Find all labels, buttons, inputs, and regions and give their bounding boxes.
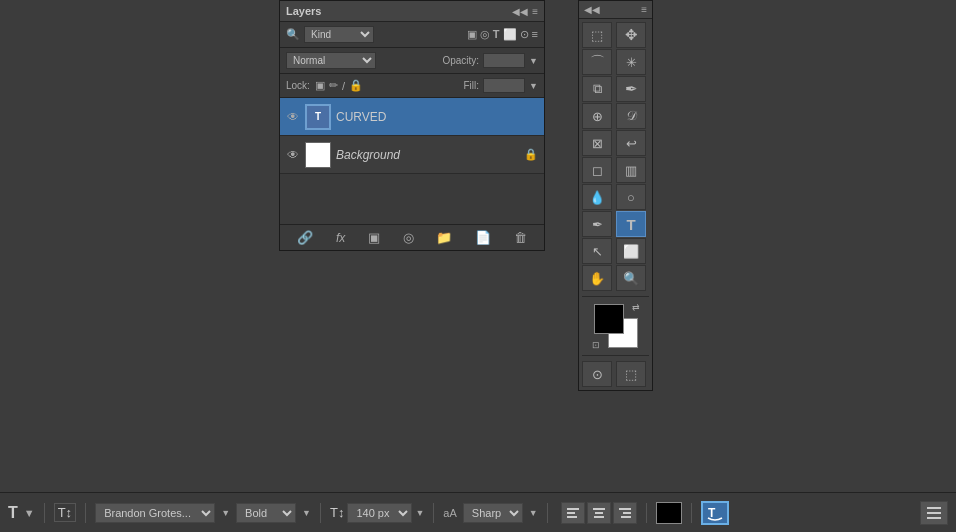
font-family-select[interactable]: Brandon Grotes... (95, 503, 215, 523)
layer-eye-curved[interactable]: 👁 (286, 110, 300, 124)
link-layers-icon[interactable]: 🔗 (297, 230, 313, 245)
type-tool-dropdown[interactable]: ▼ (24, 507, 35, 519)
tool-dodge[interactable]: ○ (616, 184, 646, 210)
tool-rectangle[interactable]: ⬜ (616, 238, 646, 264)
filter-options-icon[interactable]: ≡ (532, 28, 538, 41)
filter-smart-icon[interactable]: ⊙ (520, 28, 529, 41)
font-family-dropdown[interactable]: ▼ (221, 508, 230, 518)
layer-item-background[interactable]: 👁 Background 🔒 (280, 136, 544, 174)
layers-collapse-icon[interactable]: ◀◀ (512, 6, 528, 17)
type-tool-icon[interactable]: T (8, 504, 18, 522)
tool-marquee[interactable]: ⬚ (582, 22, 612, 48)
layer-styles-icon[interactable]: fx (336, 231, 345, 245)
tool-type[interactable]: T (616, 211, 646, 237)
font-size-dropdown[interactable]: ▼ (415, 508, 424, 518)
layer-eye-background[interactable]: 👁 (286, 148, 300, 162)
tool-move[interactable]: ✥ (616, 22, 646, 48)
tool-history[interactable]: ↩ (616, 130, 646, 156)
filter-text-icon[interactable]: T (493, 28, 500, 41)
tool-blur[interactable]: 💧 (582, 184, 612, 210)
svg-rect-5 (594, 516, 604, 518)
new-layer-icon[interactable]: 📄 (475, 230, 491, 245)
filter-shape-icon[interactable]: ⬜ (503, 28, 517, 41)
lock-icons: ▣ ✏ / 🔒 (315, 79, 363, 92)
warp-text-button[interactable]: T (701, 501, 729, 525)
text-orientation-icon[interactable]: T↕ (54, 503, 76, 522)
layers-panel-header-icons: ◀◀ ≡ (512, 6, 538, 17)
tool-gradient[interactable]: ▥ (616, 157, 646, 183)
tool-zoom[interactable]: 🔍 (616, 265, 646, 291)
toolbar-sep-3 (320, 503, 321, 523)
align-center-button[interactable] (587, 502, 611, 524)
font-style-dropdown[interactable]: ▼ (302, 508, 311, 518)
tool-path-select[interactable]: ↖ (582, 238, 612, 264)
tool-crop[interactable]: ⧉ (582, 76, 612, 102)
svg-rect-12 (927, 517, 941, 519)
lock-all-icon[interactable]: 🔒 (349, 79, 363, 92)
tools-divider (582, 296, 649, 297)
layers-bottom-bar: 🔗 fx ▣ ◎ 📁 📄 🗑 (280, 224, 544, 250)
opacity-label: Opacity: (442, 55, 479, 66)
tool-spot-heal[interactable]: ⊕ (582, 103, 612, 129)
svg-rect-3 (593, 508, 605, 510)
opacity-input[interactable]: 100% (483, 53, 525, 68)
toolbar-sep-5 (547, 503, 548, 523)
group-layers-icon[interactable]: 📁 (436, 230, 452, 245)
layers-kind-select[interactable]: Kind (304, 26, 374, 43)
svg-rect-6 (619, 508, 631, 510)
align-group (561, 502, 637, 524)
layers-menu-icon[interactable]: ≡ (532, 6, 538, 17)
layer-name-curved: CURVED (336, 110, 538, 124)
tool-hand[interactable]: ✋ (582, 265, 612, 291)
anti-alias-dropdown[interactable]: ▼ (529, 508, 538, 518)
tool-magic-wand[interactable]: ✳ (616, 49, 646, 75)
tool-eraser[interactable]: ◻ (582, 157, 612, 183)
lock-draw-icon[interactable]: ✏ (329, 79, 338, 92)
tool-mask[interactable]: ⊙ (582, 361, 612, 387)
toolbar-sep-7 (691, 503, 692, 523)
adjustment-layer-icon[interactable]: ◎ (403, 230, 414, 245)
options-button[interactable] (920, 501, 948, 525)
tools-right-collapse-icon[interactable]: ◀◀ (584, 4, 600, 15)
svg-rect-1 (567, 512, 575, 514)
filter-pixel-icon[interactable]: ▣ (467, 28, 477, 41)
fill-input[interactable]: 100% (483, 78, 525, 93)
anti-alias-select[interactable]: Sharp Crisp Strong Smooth (463, 503, 523, 523)
toolbar-sep-6 (646, 503, 647, 523)
font-size-select[interactable]: 140 px 72 px 36 px (347, 503, 412, 523)
blend-mode-select[interactable]: Normal Multiply Screen (286, 52, 376, 69)
tool-brush[interactable]: 𝒟 (616, 103, 646, 129)
layers-panel: Layers ◀◀ ≡ 🔍 Kind ▣ ◎ T ⬜ ⊙ ≡ Normal Mu… (279, 0, 545, 251)
bottom-toolbar: T ▼ T↕ Brandon Grotes... ▼ Bold Regular … (0, 492, 956, 532)
lock-move-icon[interactable]: / (342, 80, 345, 92)
anti-alias-label: aA (443, 507, 456, 519)
tool-pen[interactable]: ✒ (582, 211, 612, 237)
tools-right-menu-icon[interactable]: ≡ (641, 4, 647, 15)
delete-layer-icon[interactable]: 🗑 (514, 230, 527, 245)
add-mask-icon[interactable]: ▣ (368, 230, 380, 245)
svg-rect-4 (595, 512, 603, 514)
align-left-button[interactable] (561, 502, 585, 524)
tool-eyedropper[interactable]: ✒ (616, 76, 646, 102)
font-style-select[interactable]: Bold Regular Italic (236, 503, 296, 523)
search-icon: 🔍 (286, 28, 300, 41)
swap-colors-icon[interactable]: ⇄ (632, 302, 640, 312)
tool-stamp[interactable]: ⊠ (582, 130, 612, 156)
align-right-button[interactable] (613, 502, 637, 524)
layers-search-row: 🔍 Kind ▣ ◎ T ⬜ ⊙ ≡ (280, 22, 544, 48)
layer-item-curved[interactable]: 👁 T CURVED (280, 98, 544, 136)
foreground-color-swatch[interactable] (594, 304, 624, 334)
fill-dropdown-icon[interactable]: ▼ (529, 81, 538, 91)
svg-rect-7 (623, 512, 631, 514)
text-color-swatch[interactable] (656, 502, 682, 524)
filter-adjustment-icon[interactable]: ◎ (480, 28, 490, 41)
layers-panel-header: Layers ◀◀ ≡ (280, 1, 544, 22)
tool-lasso[interactable]: ⌒ (582, 49, 612, 75)
reset-colors-icon[interactable]: ⊡ (592, 340, 600, 350)
opacity-dropdown-icon[interactable]: ▼ (529, 56, 538, 66)
swatch-main: ⇄ ⊡ (594, 304, 638, 348)
font-size-icon: T↕ (330, 505, 344, 520)
tool-frame[interactable]: ⬚ (616, 361, 646, 387)
opacity-group: Opacity: 100% ▼ (442, 53, 538, 68)
lock-pixels-icon[interactable]: ▣ (315, 79, 325, 92)
